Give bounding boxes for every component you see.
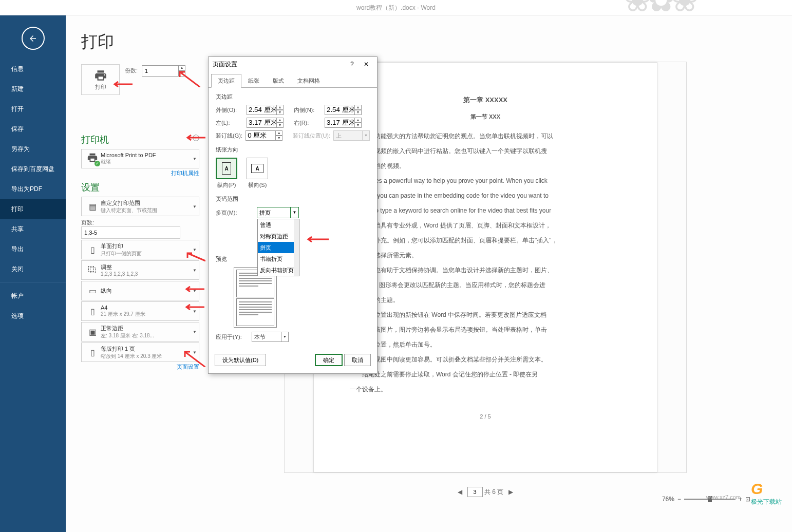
- gutter-pos-label: 装订线位置(U):: [293, 132, 334, 140]
- nav-saveas[interactable]: 另存为: [0, 139, 66, 159]
- printer-selector[interactable]: ✓ Microsoft Print to PDF就绪 ▼: [81, 149, 199, 168]
- back-button[interactable]: [22, 27, 45, 50]
- chevron-down-icon: ▼: [193, 309, 197, 314]
- multipage-dropdown: 普通 对称页边距 拼页 书籍折页 反向书籍折页: [257, 219, 299, 276]
- doc-section: 第一节 XXX: [350, 111, 621, 122]
- chevron-down-icon: ▼: [193, 350, 197, 355]
- copies-spinner[interactable]: ▲▼: [178, 65, 185, 77]
- multipage-select[interactable]: 拼页▼ 普通 对称页边距 拼页 书籍折页 反向书籍折页: [257, 207, 299, 218]
- settings-heading: 设置: [81, 177, 199, 194]
- nav-options[interactable]: 选项: [0, 306, 66, 326]
- close-button[interactable]: ✕: [360, 61, 373, 68]
- page-title: 打印: [66, 15, 792, 58]
- page-range-group-label: 页码范围: [216, 195, 370, 203]
- dialog-title: 页面设置: [213, 57, 237, 71]
- info-icon[interactable]: ⓘ: [193, 134, 199, 143]
- option-mirror[interactable]: 对称页边距: [258, 231, 299, 242]
- collate-selector[interactable]: ⿻ 调整1,2,3 1,2,3 1,2,3 ▼: [81, 260, 199, 280]
- margins-selector[interactable]: ▣ 正常边距左: 3.18 厘米 右: 3.18... ▼: [81, 322, 199, 341]
- cancel-button[interactable]: 取消: [344, 354, 371, 366]
- prev-page-button[interactable]: ◀: [455, 488, 465, 496]
- page-navigator: ◀ 共 6 页 ▶: [284, 487, 687, 497]
- fit-page-button[interactable]: ⊡: [745, 496, 750, 503]
- zoom-out-button[interactable]: −: [677, 496, 681, 503]
- nav-print[interactable]: 打印: [0, 199, 66, 219]
- backstage-sidebar: 信息 新建 打开 保存 另存为 保存到百度网盘 导出为PDF 打印 共享 导出 …: [0, 15, 66, 532]
- decoration-flowers: ❀✿❀: [624, 0, 694, 8]
- help-button[interactable]: ?: [346, 61, 358, 68]
- margins-icon: ▣: [84, 327, 101, 337]
- chevron-down-icon: ▼: [193, 268, 197, 273]
- margins-group-label: 页边距: [216, 93, 370, 101]
- chevron-down-icon: ▼: [193, 248, 197, 252]
- pages-input[interactable]: [81, 226, 180, 239]
- option-bookfold[interactable]: 书籍折页: [258, 253, 299, 264]
- chevron-down-icon: ▼: [193, 289, 197, 293]
- nav-export[interactable]: 导出: [0, 239, 66, 259]
- print-button-label: 打印: [95, 84, 106, 90]
- page-setup-link[interactable]: 页面设置: [81, 363, 199, 371]
- chevron-down-icon: ▼: [193, 204, 197, 209]
- outer-label: 外侧(O):: [216, 106, 247, 114]
- document-icon: ▤: [84, 202, 101, 212]
- left-label: 左(L):: [216, 119, 247, 127]
- orientation-icon: ▭: [84, 286, 101, 296]
- pages-label: 页数:: [81, 219, 99, 226]
- copies-label: 份数:: [125, 67, 138, 74]
- printer-icon: ✓: [84, 152, 101, 165]
- inner-label: 内侧(N):: [294, 106, 325, 114]
- option-2up[interactable]: 拼页: [258, 242, 299, 253]
- nav-info[interactable]: 信息: [0, 59, 66, 79]
- option-normal[interactable]: 普通: [258, 219, 299, 231]
- watermark-url: www.xz7.com: [706, 494, 741, 500]
- sides-selector[interactable]: ▯ 单面打印只打印一侧的页面 ▼: [81, 240, 199, 259]
- page-number-input[interactable]: [467, 487, 483, 497]
- doc-chapter: 第一章 XXXXX: [350, 93, 621, 107]
- tab-layout[interactable]: 版式: [266, 74, 291, 88]
- nav-account[interactable]: 帐户: [0, 286, 66, 306]
- multipage-label: 多页(M):: [216, 209, 257, 217]
- gutter-label: 装订线(G):: [216, 132, 246, 140]
- watermark-logo: G 极光下载站: [751, 480, 782, 506]
- ok-button[interactable]: 确定: [315, 354, 343, 366]
- option-reverse-bookfold[interactable]: 反向书籍折页: [258, 264, 299, 276]
- landscape-option[interactable]: A 横向(S): [247, 158, 268, 189]
- printer-props-link[interactable]: 打印机属性: [81, 169, 199, 177]
- nav-share[interactable]: 共享: [0, 219, 66, 239]
- check-icon: ✓: [95, 161, 100, 166]
- sheet-icon: ▯: [84, 348, 101, 357]
- right-label: 右(R):: [294, 119, 325, 127]
- nav-new[interactable]: 新建: [0, 79, 66, 99]
- print-button[interactable]: 打印: [81, 64, 120, 95]
- print-range-selector[interactable]: ▤ 自定义打印范围键入特定页面、节或范围 ▼: [81, 197, 199, 216]
- next-page-button[interactable]: ▶: [505, 488, 516, 496]
- app-title: word教程（新）.docx - Word: [356, 4, 436, 11]
- total-pages: 共 6 页: [484, 488, 503, 496]
- orientation-selector[interactable]: ▭ 纵向 ▼: [81, 281, 199, 300]
- tab-paper[interactable]: 纸张: [241, 74, 266, 88]
- set-default-button[interactable]: 设为默认值(D): [215, 354, 266, 366]
- gutter-pos-select: 上▼: [333, 130, 370, 141]
- printer-heading: 打印机ⓘ: [81, 95, 199, 146]
- nav-save[interactable]: 保存: [0, 119, 66, 139]
- chevron-down-icon: ▼: [193, 330, 197, 334]
- portrait-option[interactable]: A 纵向(P): [216, 158, 237, 189]
- page-setup-dialog: 页面设置 ? ✕ 页边距 纸张 版式 文档网格 页边距 外侧(O): ▲▼ 内侧…: [208, 56, 378, 374]
- zoom-level: 76%: [662, 496, 674, 503]
- apply-to-select[interactable]: 本节▼: [252, 332, 289, 342]
- tab-margins[interactable]: 页边距: [211, 74, 241, 88]
- tab-grid[interactable]: 文档网格: [291, 74, 327, 88]
- orientation-group-label: 纸张方向: [216, 146, 370, 154]
- nav-open[interactable]: 打开: [0, 99, 66, 119]
- nav-save-baidu[interactable]: 保存到百度网盘: [0, 159, 66, 179]
- page-icon: ▯: [84, 245, 101, 255]
- apply-to-label: 应用于(Y):: [216, 333, 252, 341]
- paper-icon: ▯: [84, 307, 101, 316]
- collate-icon: ⿻: [84, 265, 101, 275]
- page-number: 2 / 5: [350, 411, 621, 422]
- chevron-down-icon: ▼: [193, 157, 197, 161]
- nav-export-pdf[interactable]: 导出为PDF: [0, 179, 66, 199]
- pages-per-sheet-selector[interactable]: ▯ 每版打印 1 页缩放到 14 厘米 x 20.3 厘米 ▼: [81, 343, 199, 362]
- nav-close[interactable]: 关闭: [0, 259, 66, 279]
- paper-size-selector[interactable]: ▯ A421 厘米 x 29.7 厘米 ▼: [81, 301, 199, 321]
